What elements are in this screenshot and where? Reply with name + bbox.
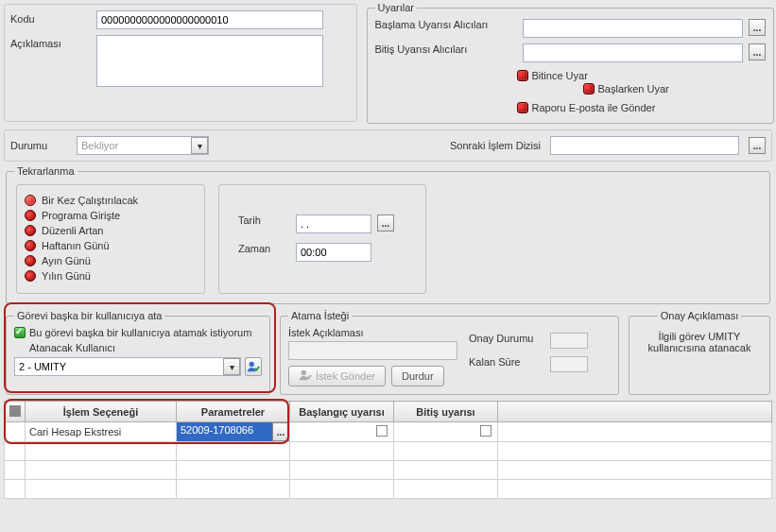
- istek-aciklamasi-label: İstek Açıklaması: [288, 327, 457, 338]
- radio-program-label: Programa Girişte: [42, 210, 120, 221]
- assign-user-combo[interactable]: ▾: [14, 357, 241, 376]
- aciklamasi-textarea[interactable]: [96, 35, 323, 87]
- table-row[interactable]: [5, 442, 772, 461]
- radio-birkez[interactable]: Bir Kez Çalıştırılacak: [25, 195, 197, 206]
- radio-ayin-gunu[interactable]: Ayın Günü: [25, 255, 197, 266]
- sonraki-islem-label: Sonraki İşlem Dizisi: [450, 140, 541, 151]
- sonraki-islem-input[interactable]: [550, 136, 739, 155]
- zaman-label: Zaman: [238, 243, 290, 254]
- istek-gonder-button[interactable]: İstek Gönder: [288, 366, 386, 386]
- kalan-sure-value: [550, 356, 588, 372]
- grid-header-baslangic[interactable]: Başlangıç uyarısı: [290, 402, 394, 422]
- durdur-button[interactable]: Durdur: [391, 366, 444, 386]
- radio-yilin-gunu[interactable]: Yılın Günü: [25, 270, 197, 282]
- bitis-ellipsis-button[interactable]: ...: [749, 43, 766, 60]
- onay-aciklamasi-legend: Onay Açıklaması: [658, 310, 742, 321]
- tarih-label: Tarih: [238, 215, 290, 226]
- grid-header-bitis[interactable]: Bitiş uyarısı: [394, 402, 498, 422]
- durumu-label: Durumu: [10, 140, 67, 151]
- param-ellipsis-button[interactable]: ...: [272, 422, 289, 441]
- radio-duzenli-label: Düzenli Artan: [42, 225, 103, 236]
- table-row[interactable]: Cari Hesap Ekstresi 52009-1708066 ...: [5, 422, 772, 442]
- user-send-icon: [299, 369, 312, 384]
- baslarken-uyar-label: Başlarken Uyar: [598, 83, 669, 94]
- grid-header-param[interactable]: Parametreler: [177, 402, 290, 422]
- radio-duzenli-artan[interactable]: Düzenli Artan: [25, 225, 197, 236]
- grid-table[interactable]: İşlem Seçeneği Parametreler Başlangıç uy…: [4, 401, 772, 499]
- atama-legend: Atama İsteği: [288, 310, 352, 321]
- baslama-uyarisi-label: Başlama Uyarısı Alıcıları: [375, 19, 517, 30]
- table-row[interactable]: [5, 461, 772, 480]
- bitince-uyar-label: Bitince Uyar: [532, 70, 588, 81]
- aciklamasi-label: Açıklaması: [10, 35, 91, 49]
- raporu-eposta-label: Raporu E-posta ile Gönder: [532, 102, 656, 113]
- radio-ayin-label: Ayın Günü: [42, 255, 91, 266]
- bitince-uyar-checkbox[interactable]: Bitince Uyar: [517, 70, 588, 81]
- zaman-input[interactable]: [296, 243, 371, 262]
- istek-gonder-label: İstek Gönder: [316, 370, 375, 382]
- durdur-label: Durdur: [402, 370, 434, 382]
- radio-birkez-label: Bir Kez Çalıştırılacak: [42, 195, 138, 206]
- durumu-value: [78, 137, 191, 154]
- kodu-input[interactable]: [96, 10, 323, 29]
- grid-header-select[interactable]: [5, 402, 26, 422]
- grid-header-spacer: [498, 402, 772, 422]
- radio-program-giriste[interactable]: Programa Girişte: [25, 210, 197, 221]
- tekrarlanma-legend: Tekrarlanma: [14, 165, 78, 177]
- bitis-uyarisi-label: Bitiş Uyarısı Alıcıları: [375, 43, 517, 55]
- chevron-down-icon[interactable]: ▾: [223, 358, 240, 375]
- baslama-ellipsis-button[interactable]: ...: [749, 19, 766, 36]
- svg-point-1: [302, 370, 306, 375]
- uyarilar-legend: Uyarılar: [375, 2, 418, 13]
- table-row[interactable]: [5, 480, 772, 499]
- radio-yilin-label: Yılın Günü: [42, 270, 91, 282]
- sonraki-islem-ellipsis-button[interactable]: ...: [749, 137, 766, 154]
- assign-user-value: [15, 358, 223, 375]
- onay-durumu-label: Onay Durumu: [469, 333, 544, 344]
- onay-durumu-value: [550, 333, 588, 349]
- svg-point-0: [250, 362, 254, 367]
- baslarken-uyar-checkbox[interactable]: Başlarken Uyar: [583, 83, 669, 94]
- assign-checkbox[interactable]: Bu görevi başka bir kullanıcıya atamak i…: [14, 327, 262, 338]
- user-check-icon[interactable]: [245, 357, 262, 376]
- bitis-uyarisi-input[interactable]: [523, 43, 743, 62]
- radio-haftanin-gunu[interactable]: Haftanın Günü: [25, 240, 197, 251]
- cell-param[interactable]: 52009-1708066: [177, 422, 272, 441]
- baslangic-uyarisi-checkbox[interactable]: [376, 425, 388, 437]
- bitis-uyarisi-checkbox[interactable]: [480, 425, 491, 437]
- istek-aciklamasi-input: [288, 341, 457, 360]
- onay-aciklamasi-text: İlgili görev UMITY kullanıcısına atanaca…: [637, 327, 762, 357]
- assign-check-label: Bu görevi başka bir kullanıcıya atamak i…: [29, 327, 251, 338]
- tarih-input[interactable]: [296, 215, 371, 233]
- kodu-label: Kodu: [10, 10, 91, 25]
- assign-user-label: Atanacak Kullanıcı: [14, 342, 262, 353]
- tarih-ellipsis-button[interactable]: ...: [377, 215, 394, 232]
- grid-header-islem[interactable]: İşlem Seçeneği: [26, 402, 177, 422]
- durumu-combo[interactable]: ▾: [77, 136, 209, 155]
- raporu-eposta-checkbox[interactable]: Raporu E-posta ile Gönder: [517, 102, 656, 113]
- cell-islem[interactable]: Cari Hesap Ekstresi: [26, 422, 177, 442]
- baslama-uyarisi-input[interactable]: [523, 19, 743, 38]
- radio-haftanin-label: Haftanın Günü: [42, 240, 110, 251]
- assign-legend: Görevi başka bir kullanıcıya ata: [14, 310, 164, 321]
- chevron-down-icon[interactable]: ▾: [191, 137, 208, 154]
- kalan-sure-label: Kalan Süre: [469, 356, 544, 368]
